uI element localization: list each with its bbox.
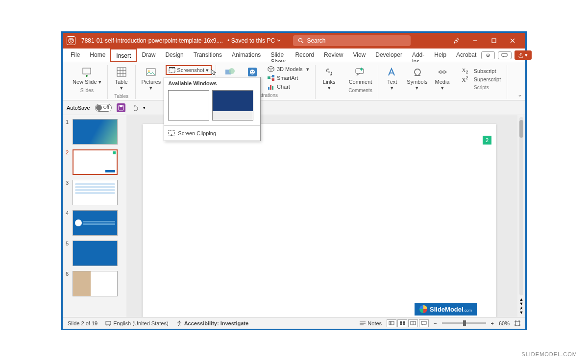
notes-button[interactable]: Notes [359, 320, 382, 326]
svg-rect-33 [272, 78, 274, 81]
slide-thumbnail-3[interactable] [73, 180, 118, 205]
minimize-button[interactable] [466, 34, 484, 47]
tab-transitions[interactable]: Transitions [189, 49, 227, 62]
close-button[interactable] [504, 34, 521, 47]
fit-to-window-button[interactable] [514, 320, 520, 326]
tab-animations[interactable]: Animations [227, 49, 266, 62]
3d-models-button[interactable]: 3D Models ▾ [267, 65, 309, 73]
available-window-2[interactable] [212, 90, 253, 121]
available-windows-header: Available Windows [164, 77, 260, 88]
svg-rect-56 [400, 323, 402, 325]
ribbon-group-scripts: X2 Subscript X2 Superscript Scripts [456, 65, 508, 99]
svg-rect-54 [400, 321, 402, 323]
window-controls [448, 34, 521, 47]
svg-rect-44 [120, 105, 122, 107]
comment-button[interactable]: Comment [347, 65, 374, 86]
quick-access-toolbar: AutoSave Off ▾ [63, 100, 525, 115]
reading-view-button[interactable] [408, 319, 418, 327]
ribbon-tabs: File Home Insert Draw Design Transitions… [63, 49, 525, 62]
zoom-in-button[interactable]: + [491, 320, 494, 326]
new-slide-icon [81, 66, 93, 78]
superscript-button[interactable]: X2 Superscript [462, 75, 501, 83]
screenshot-button[interactable]: Screenshot▾ [166, 65, 212, 75]
share-button[interactable]: ▾ [514, 50, 532, 60]
saved-status[interactable]: • Saved to this PC [226, 37, 282, 44]
sorter-view-button[interactable] [397, 319, 407, 327]
svg-rect-53 [391, 321, 394, 325]
tab-design[interactable]: Design [160, 49, 188, 62]
svg-line-35 [270, 78, 272, 79]
table-button[interactable]: Table▾ [112, 65, 131, 92]
normal-view-button[interactable] [387, 319, 396, 327]
zoom-slider[interactable] [442, 322, 486, 324]
slideshow-view-button[interactable] [419, 319, 429, 327]
group-label-slides: Slides [80, 88, 94, 93]
chart-button[interactable]: Chart [267, 83, 309, 91]
tab-addins[interactable]: Add-ins [407, 49, 429, 62]
tab-record[interactable]: Record [290, 49, 319, 62]
svg-rect-45 [106, 321, 111, 325]
tab-home[interactable]: Home [85, 49, 110, 62]
zoom-level[interactable]: 60% [499, 320, 510, 326]
tab-review[interactable]: Review [319, 49, 348, 62]
svg-rect-13 [117, 68, 126, 76]
screenshot-dropdown: Available Windows Screen Clipping [164, 77, 261, 141]
svg-line-34 [270, 76, 272, 77]
collapse-ribbon-button[interactable]: ⌄ [517, 91, 522, 98]
edit-mode-icon[interactable] [448, 34, 466, 47]
text-button[interactable]: Text▾ [382, 65, 402, 92]
tab-developer[interactable]: Developer [370, 49, 407, 62]
links-button[interactable]: Links▾ [319, 65, 339, 92]
icons-icon [246, 66, 258, 78]
tab-insert[interactable]: Insert [110, 49, 137, 62]
slide-thumbnail-2[interactable] [73, 149, 118, 175]
svg-rect-10 [83, 68, 91, 74]
slide-canvas[interactable]: 2 SlideModel.com [143, 124, 496, 317]
comments-button[interactable] [498, 51, 512, 59]
svg-rect-9 [502, 53, 507, 56]
undo-dropdown[interactable]: ▾ [143, 105, 146, 110]
search-box[interactable]: Search [293, 35, 411, 46]
media-button[interactable]: Media▾ [433, 65, 452, 92]
slide-thumbnail-1[interactable] [73, 119, 118, 145]
zoom-out-button[interactable]: − [434, 320, 437, 326]
svg-rect-63 [515, 321, 519, 325]
screen-clipping-item[interactable]: Screen Clipping [164, 125, 260, 141]
svg-rect-21 [169, 67, 175, 68]
language-indicator[interactable]: English (United States) [105, 320, 169, 326]
smartart-icon [267, 74, 275, 82]
new-slide-button[interactable]: New Slide ▾ [71, 65, 103, 86]
save-button[interactable] [117, 103, 125, 112]
svg-point-1 [299, 39, 302, 42]
autosave-toggle[interactable]: Off [95, 104, 112, 112]
accessibility-indicator[interactable]: Accessibility: Investigate [176, 320, 248, 326]
ribbon-group-images: Pictures▾ Screenshot▾ Available Windows [136, 65, 216, 99]
ribbon-group-links: Links▾ [316, 65, 343, 99]
pictures-button[interactable]: Pictures▾ [140, 65, 163, 92]
links-icon [323, 66, 335, 78]
tab-view[interactable]: View [348, 49, 370, 62]
tab-file[interactable]: File [66, 49, 85, 62]
tab-slideshow[interactable]: Slide Show [266, 49, 290, 62]
slide-thumbnail-6[interactable] [73, 271, 118, 296]
tab-acrobat[interactable]: Acrobat [451, 49, 481, 62]
group-label-tables: Tables [114, 94, 128, 99]
available-window-1[interactable] [168, 90, 209, 121]
tab-draw[interactable]: Draw [137, 49, 160, 62]
slide-thumbnail-4[interactable] [73, 210, 118, 236]
document-name: 7881-01-self-introduction-powerpoint-tem… [81, 37, 223, 44]
slide-counter[interactable]: Slide 2 of 19 [68, 320, 98, 326]
slide-thumbnail-5[interactable] [73, 241, 118, 266]
camera-button[interactable] [481, 51, 495, 59]
maximize-button[interactable] [485, 34, 503, 47]
symbols-button[interactable]: Symbols▾ [405, 65, 429, 92]
search-icon [298, 38, 304, 44]
screenshot-icon [169, 67, 175, 73]
subscript-button[interactable]: X2 Subscript [462, 67, 501, 74]
tab-help[interactable]: Help [429, 49, 451, 62]
smartart-button[interactable]: SmartArt [267, 74, 309, 82]
vertical-scrollbar[interactable]: ▲ ▼ ★ ▼ [517, 115, 525, 317]
3d-models-icon [267, 65, 275, 73]
ribbon-group-tables: Table▾ Tables [108, 65, 136, 99]
undo-button[interactable] [130, 104, 138, 111]
